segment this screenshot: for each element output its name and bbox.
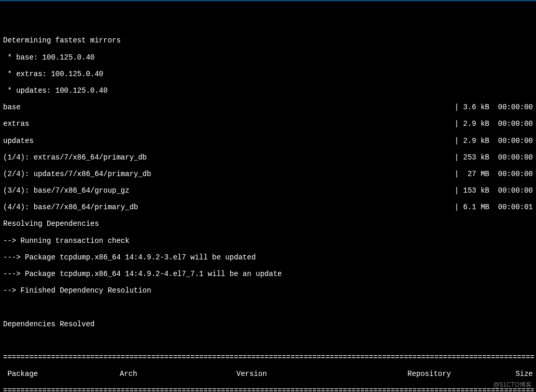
blank-line bbox=[3, 337, 533, 345]
separator: ========================================… bbox=[3, 353, 533, 361]
repo-line: extras| 2.9 kB 00:00:00 bbox=[3, 120, 533, 128]
repo-line: updates| 2.9 kB 00:00:00 bbox=[3, 137, 533, 145]
table-header: PackageArchVersionRepositorySize bbox=[3, 370, 533, 378]
blank-line bbox=[3, 303, 533, 311]
download-stats: | 27 MB 00:00:00 bbox=[455, 170, 533, 178]
repo-name: updates bbox=[3, 137, 34, 145]
download-label: (1/4): extras/7/x86_64/primary_db bbox=[3, 153, 147, 162]
download-stats: | 153 kB 00:00:00 bbox=[455, 186, 533, 195]
col-version: Version bbox=[236, 370, 407, 378]
terminal-output: Determining fastest mirrors * base: 100.… bbox=[3, 28, 533, 392]
download-line: (4/4): base/7/x86_64/primary_db| 6.1 MB … bbox=[3, 203, 533, 211]
resolving-line: --> Running transaction check bbox=[3, 237, 533, 245]
repo-name: base bbox=[3, 103, 21, 111]
resolving-line: Resolving Dependencies bbox=[3, 220, 533, 228]
download-line: (1/4): extras/7/x86_64/primary_db| 253 k… bbox=[3, 153, 533, 162]
separator: ========================================… bbox=[3, 386, 533, 392]
col-package: Package bbox=[3, 370, 120, 378]
col-repo: Repository bbox=[407, 370, 498, 378]
resolving-line: ---> Package tcpdump.x86_64 14:4.9.2-3.e… bbox=[3, 253, 533, 262]
repo-stats: | 3.6 kB 00:00:00 bbox=[455, 103, 533, 111]
download-line: (2/4): updates/7/x86_64/primary_db| 27 M… bbox=[3, 170, 533, 178]
mirrors-heading: Determining fastest mirrors bbox=[3, 36, 533, 45]
mirror-line: * base: 100.125.0.40 bbox=[3, 53, 533, 62]
col-size: Size bbox=[515, 370, 533, 378]
download-label: (2/4): updates/7/x86_64/primary_db bbox=[3, 170, 151, 178]
col-arch: Arch bbox=[120, 370, 236, 378]
resolving-line: --> Finished Dependency Resolution bbox=[3, 286, 533, 295]
repo-stats: | 2.9 kB 00:00:00 bbox=[455, 137, 533, 145]
repo-line: base| 3.6 kB 00:00:00 bbox=[3, 103, 533, 111]
download-label: (3/4): base/7/x86_64/group_gz bbox=[3, 186, 130, 195]
repo-stats: | 2.9 kB 00:00:00 bbox=[455, 120, 533, 128]
resolving-line: Dependencies Resolved bbox=[3, 320, 533, 328]
download-stats: | 253 kB 00:00:00 bbox=[455, 153, 533, 162]
mirror-line: * updates: 100.125.0.40 bbox=[3, 86, 533, 95]
repo-name: extras bbox=[3, 120, 29, 128]
download-line: (3/4): base/7/x86_64/group_gz| 153 kB 00… bbox=[3, 186, 533, 195]
mirror-line: * extras: 100.125.0.40 bbox=[3, 70, 533, 78]
download-stats: | 6.1 MB 00:00:01 bbox=[455, 203, 533, 211]
download-label: (4/4): base/7/x86_64/primary_db bbox=[3, 203, 138, 211]
resolving-line: ---> Package tcpdump.x86_64 14:4.9.2-4.e… bbox=[3, 270, 533, 278]
